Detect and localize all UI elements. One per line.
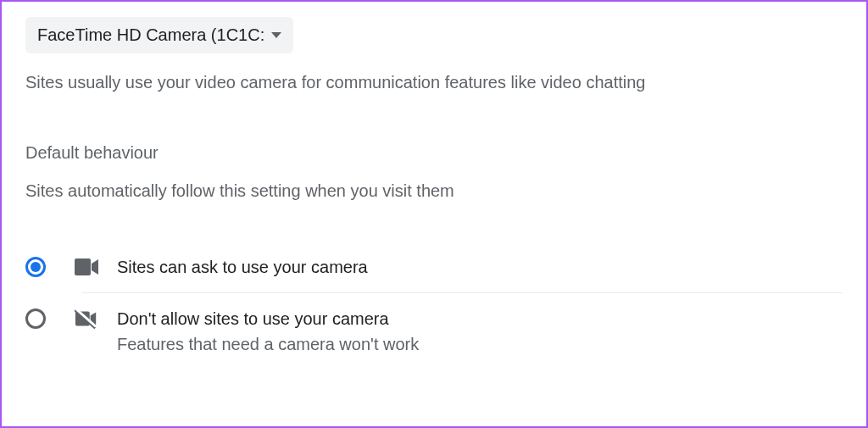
section-heading: Default behaviour — [25, 143, 843, 163]
camera-icon — [75, 255, 98, 279]
option-block-subtitle: Features that need a camera won't work — [117, 332, 419, 356]
radio-allow[interactable] — [25, 257, 46, 277]
chevron-down-icon — [271, 32, 281, 38]
camera-off-icon — [75, 307, 98, 331]
radio-block[interactable] — [25, 308, 46, 329]
camera-select-dropdown[interactable]: FaceTime HD Camera (1C1C: — [25, 17, 293, 53]
option-block-row[interactable]: Don't allow sites to use your camera Fea… — [25, 293, 843, 370]
section-subtext: Sites automatically follow this setting … — [25, 181, 843, 201]
svg-rect-0 — [75, 258, 91, 275]
option-allow-row[interactable]: Sites can ask to use your camera — [25, 242, 843, 292]
option-allow-title: Sites can ask to use your camera — [117, 255, 368, 279]
camera-select-label: FaceTime HD Camera (1C1C: — [37, 25, 264, 45]
camera-description: Sites usually use your video camera for … — [25, 70, 843, 94]
option-block-title: Don't allow sites to use your camera — [117, 307, 419, 331]
